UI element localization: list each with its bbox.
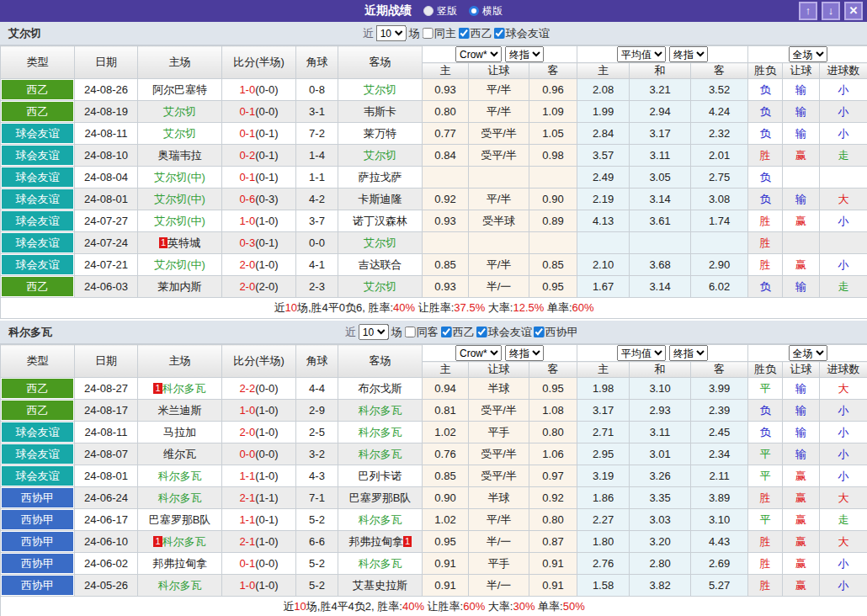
- handicap-home-odds-cell: 0.80: [423, 101, 469, 123]
- fulltime-score: 1-0: [239, 579, 255, 592]
- date-cell: 24-08-26: [75, 79, 138, 101]
- league-type-badge: 球会友谊: [2, 444, 73, 464]
- home-team-name: 维尔瓦: [163, 448, 196, 460]
- avg-draw-odds-cell: 3.05: [630, 167, 691, 189]
- summary-segment: 50%: [563, 600, 585, 613]
- avg-home-odds-cell: 3.19: [577, 465, 630, 487]
- league-type-cell: 西协甲: [1, 509, 75, 531]
- col-result-wdl: 胜负: [748, 362, 783, 378]
- league-filter[interactable]: 西乙: [459, 26, 492, 41]
- avg-time-select[interactable]: 终指: [669, 345, 708, 361]
- handicap-away-odds-cell: 0.92: [529, 487, 577, 509]
- avg-draw-odds-cell: 3.03: [630, 509, 691, 531]
- avg-home-odds-cell: 2.19: [577, 189, 630, 210]
- away-team-name: 科尔多瓦: [359, 404, 402, 417]
- halftime-score: (0-1): [255, 236, 278, 249]
- odds-source-select[interactable]: Crow*: [455, 46, 502, 62]
- corner-cell: 2-3: [296, 276, 338, 298]
- home-team-name: 科尔多瓦: [158, 579, 202, 592]
- filters: 近 10 场 同主 西乙球会友谊: [363, 25, 550, 41]
- avg-draw-odds-cell: 3.26: [630, 465, 691, 487]
- away-team-cell: 诺丁汉森林: [338, 210, 423, 232]
- match-row: 球会友谊 24-08-10 奥瑞韦拉 0-2(0-1) 1-4 艾尔切 0.84…: [1, 145, 867, 167]
- scope-select[interactable]: 全场: [789, 46, 827, 62]
- home-team-cell: 邦弗拉甸拿: [138, 553, 222, 575]
- col-result-wdl: 胜负: [748, 63, 783, 79]
- away-team-name: 科尔多瓦: [359, 448, 402, 460]
- avg-source-select[interactable]: 平均值: [617, 345, 666, 361]
- avg-home-odds-cell: 3.17: [577, 400, 630, 422]
- scope-select[interactable]: 全场: [789, 345, 827, 361]
- home-team-cell: 艾尔切(中): [138, 254, 222, 276]
- fulltime-score: 1-0: [239, 404, 255, 417]
- col-away: 客场: [338, 46, 423, 79]
- home-team-cell: 艾尔切(中): [138, 167, 222, 189]
- avg-home-odds-cell: 2.27: [577, 509, 630, 531]
- avg-source-select[interactable]: 平均值: [617, 46, 666, 62]
- handicap-away-odds-cell: 0.91: [529, 575, 577, 597]
- avg-draw-odds-cell: 3.61: [630, 210, 691, 232]
- odds-time-select[interactable]: 终指: [505, 46, 544, 62]
- handicap-line-cell: 平/半: [469, 189, 529, 210]
- league-filter[interactable]: 球会友谊: [494, 26, 550, 41]
- summary-segment: 30%: [513, 600, 535, 613]
- league-filter[interactable]: 西协甲: [534, 325, 578, 340]
- handicap-home-odds-cell: 0.85: [423, 465, 469, 487]
- same-venue-filter[interactable]: 同主: [423, 26, 456, 41]
- avg-away-odds-cell: 3.10: [691, 509, 748, 531]
- handicap-line-cell: 平手: [469, 422, 529, 443]
- score-cell: 0-6(0-3): [222, 189, 296, 210]
- handicap-line-cell: 受平/半: [469, 145, 529, 167]
- odds-source-select[interactable]: Crow*: [455, 345, 502, 361]
- league-checkbox[interactable]: [476, 327, 487, 337]
- home-team-cell: 1科尔多瓦: [138, 378, 222, 400]
- summary-row: 近10场,胜4平4负2, 胜率:40% 让胜率:60% 大率:30% 单率:50…: [1, 597, 867, 616]
- away-team-cell: 卡斯迪隆: [338, 189, 423, 210]
- summary-segment: 单率:: [535, 600, 562, 613]
- col-let-home: 主: [423, 63, 469, 79]
- league-checkbox[interactable]: [459, 28, 470, 39]
- odds-time-select[interactable]: 终指: [505, 345, 544, 361]
- handicap-line-cell: 受半球: [469, 210, 529, 232]
- match-count-select[interactable]: 10: [376, 25, 407, 41]
- league-checkbox[interactable]: [534, 327, 545, 337]
- radio-vertical-label: 竖版: [437, 4, 457, 19]
- radio-vertical-layout[interactable]: 竖版: [423, 4, 457, 19]
- fulltime-score: 0-3: [239, 236, 255, 249]
- move-up-button[interactable]: ↑: [799, 2, 817, 20]
- league-checkbox[interactable]: [441, 327, 452, 337]
- league-filter[interactable]: 西乙: [441, 325, 475, 340]
- radio-horizontal-layout[interactable]: 横版: [469, 4, 503, 19]
- move-down-button[interactable]: ↓: [822, 2, 840, 20]
- summary-segment: 让胜率:: [415, 301, 454, 314]
- league-type-badge: 西乙: [2, 277, 73, 296]
- league-type-badge: 球会友谊: [2, 211, 73, 231]
- league-type-badge: 西乙: [2, 102, 73, 121]
- avg-home-odds-cell: 1.98: [577, 378, 630, 400]
- corner-cell: 3-1: [296, 101, 338, 123]
- handicap-home-odds-cell: 0.94: [423, 378, 469, 400]
- result-handicap-cell: 赢: [783, 531, 820, 553]
- avg-draw-odds-cell: 3.14: [630, 189, 691, 210]
- handicap-line-cell: 受平/半: [469, 443, 529, 465]
- avg-away-odds-cell: 5.27: [691, 575, 748, 597]
- same-venue-filter[interactable]: 同客: [405, 325, 439, 340]
- league-type-badge: 球会友谊: [2, 189, 73, 209]
- match-count-select[interactable]: 10: [359, 324, 389, 340]
- halftime-score: (0-0): [255, 382, 278, 395]
- handicap-home-odds-cell: 0.90: [423, 487, 469, 509]
- same-venue-checkbox[interactable]: [423, 28, 434, 39]
- avg-time-select[interactable]: 终指: [669, 46, 708, 62]
- date-cell: 24-08-27: [75, 378, 138, 400]
- summary-segment: 单率:: [544, 301, 572, 314]
- same-venue-checkbox[interactable]: [405, 327, 416, 337]
- team-section: 艾尔切 近 10 场 同主 西乙球会友谊 类型: [0, 22, 867, 321]
- close-button[interactable]: ✕: [844, 2, 863, 20]
- league-type-cell: 西乙: [1, 101, 75, 123]
- league-checkbox[interactable]: [494, 28, 505, 39]
- league-filter[interactable]: 球会友谊: [476, 325, 532, 340]
- result-goals-cell: 走: [820, 509, 867, 531]
- avg-draw-odds-cell: 3.11: [630, 145, 691, 167]
- score-cell: 0-3(0-1): [222, 232, 296, 254]
- avg-home-odds-cell: 2.76: [577, 553, 630, 575]
